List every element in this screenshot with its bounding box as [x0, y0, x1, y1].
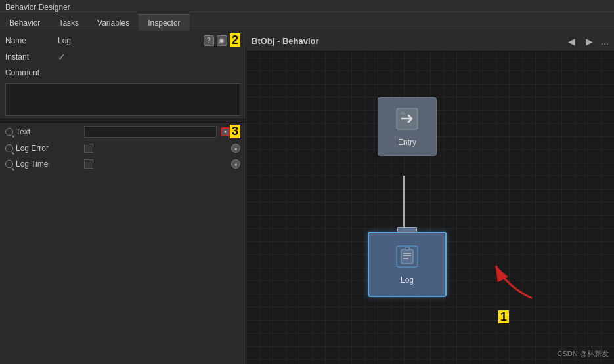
- graph-toolbar-controls: ◀ ▶ ...: [565, 36, 609, 47]
- log-error-search-icon: [5, 144, 13, 152]
- arrow-1-svg: [486, 253, 538, 305]
- title-bar: Behavior Designer: [0, 0, 614, 14]
- log-node[interactable]: Log: [368, 232, 447, 297]
- log-error-bind-button[interactable]: ●: [231, 144, 240, 153]
- name-options-button[interactable]: ◉: [217, 35, 227, 46]
- annotation-two-badge: 2: [230, 33, 240, 47]
- comment-field-row: Comment: [0, 65, 246, 81]
- log-error-property-row: Log Error ●: [0, 140, 246, 156]
- svg-rect-7: [405, 247, 409, 250]
- log-label: Log: [401, 275, 414, 285]
- prev-button[interactable]: ◀: [565, 36, 578, 47]
- entry-node[interactable]: Entry: [378, 97, 437, 156]
- instant-checkmark: ✓: [58, 52, 66, 62]
- name-value: Log: [58, 36, 204, 45]
- text-input[interactable]: [84, 126, 217, 138]
- tab-behavior[interactable]: Behavior: [0, 14, 49, 31]
- inspector-panel: Name Log ? ◉ 2 Instant ✓ Comment Text: [0, 31, 246, 364]
- tab-variables[interactable]: Variables: [88, 14, 139, 31]
- log-time-checkbox[interactable]: [84, 159, 93, 169]
- entry-icon: [395, 107, 419, 135]
- graph-toolbar: BtObj - Behavior ◀ ▶ ...: [246, 31, 614, 51]
- graph-title: BtObj - Behavior: [252, 36, 319, 46]
- log-time-bind-button[interactable]: ●: [231, 159, 240, 169]
- log-icon: [395, 245, 419, 273]
- log-time-search-icon: [5, 160, 13, 168]
- text-property-label: Text: [5, 127, 84, 136]
- app-title: Behavior Designer: [5, 3, 70, 12]
- comment-textarea[interactable]: [5, 83, 240, 116]
- annotation-three-badge: 3: [230, 125, 240, 138]
- comment-label: Comment: [5, 68, 58, 77]
- text-bind-button[interactable]: ●: [221, 127, 230, 136]
- tab-bar: Behavior Tasks Variables Inspector: [0, 14, 614, 31]
- tab-tasks[interactable]: Tasks: [49, 14, 88, 31]
- log-time-property-row: Log Time ●: [0, 156, 246, 172]
- log-time-label: Log Time: [5, 159, 84, 169]
- text-search-icon: [5, 128, 13, 136]
- name-help-button[interactable]: ?: [204, 35, 214, 46]
- main-layout: Name Log ? ◉ 2 Instant ✓ Comment Text: [0, 31, 614, 364]
- text-property-row: Text ● 3: [0, 123, 246, 140]
- name-field-row: Name Log ? ◉ 2: [0, 31, 246, 49]
- next-button[interactable]: ▶: [583, 36, 596, 47]
- instant-label: Instant: [5, 52, 58, 62]
- log-error-label: Log Error: [5, 144, 84, 153]
- connection-line: [403, 176, 405, 235]
- tab-inspector[interactable]: Inspector: [139, 14, 189, 31]
- log-node-connector: [397, 227, 417, 232]
- name-label: Name: [5, 36, 58, 45]
- entry-label: Entry: [398, 138, 416, 147]
- svg-rect-1: [401, 112, 405, 115]
- instant-field-row: Instant ✓: [0, 49, 246, 65]
- svg-rect-3: [401, 249, 413, 264]
- log-error-checkbox[interactable]: [84, 144, 93, 153]
- annotation-1-badge: 1: [498, 310, 509, 323]
- graph-panel: BtObj - Behavior ◀ ▶ ... Entry: [246, 31, 614, 364]
- watermark: CSDN @林新发: [558, 349, 609, 359]
- annotation-1: 1: [498, 308, 509, 325]
- more-button[interactable]: ...: [601, 36, 609, 47]
- name-controls: ? ◉ 2: [204, 33, 240, 47]
